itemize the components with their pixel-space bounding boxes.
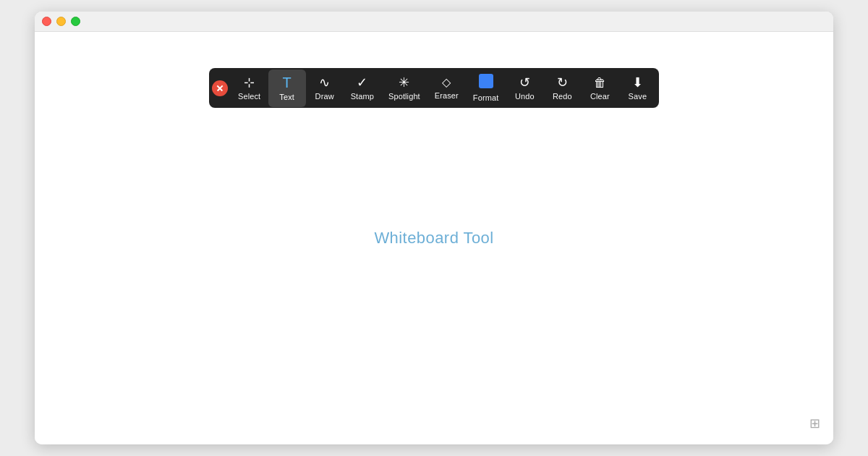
format-icon xyxy=(479,74,493,90)
tool-spotlight[interactable]: Spotlight xyxy=(381,70,427,106)
text-label: Text xyxy=(279,93,294,101)
redo-label: Redo xyxy=(553,92,572,101)
draw-label: Draw xyxy=(315,92,334,101)
tool-format[interactable]: Format xyxy=(466,68,506,108)
save-icon: ⬇︎ xyxy=(632,76,643,89)
select-label: Select xyxy=(238,92,260,101)
toolbar: Select Text Draw Stamp Spotlight xyxy=(209,68,660,108)
tool-save[interactable]: ⬇︎ Save xyxy=(618,70,656,106)
toolbar-close-button[interactable] xyxy=(212,80,228,96)
format-label: Format xyxy=(473,93,499,102)
eraser-label: Eraser xyxy=(435,91,459,100)
tool-clear[interactable]: Clear xyxy=(581,70,618,106)
tool-redo[interactable]: Redo xyxy=(543,70,581,106)
close-button[interactable] xyxy=(42,17,51,26)
spotlight-icon xyxy=(399,76,409,89)
stamp-icon xyxy=(357,76,367,89)
canvas-title: Whiteboard Tool xyxy=(374,229,493,248)
title-bar xyxy=(35,12,833,32)
redo-icon xyxy=(557,76,568,89)
tool-draw[interactable]: Draw xyxy=(306,70,344,106)
select-icon xyxy=(244,76,255,89)
clear-icon xyxy=(594,76,606,89)
spotlight-label: Spotlight xyxy=(388,92,420,101)
tool-stamp[interactable]: Stamp xyxy=(344,70,381,106)
maximize-button[interactable] xyxy=(71,17,80,26)
minimize-button[interactable] xyxy=(56,17,66,26)
expand-icon: ⊞ xyxy=(809,416,820,431)
tool-text[interactable]: Text xyxy=(268,69,306,107)
eraser-icon: ◇ xyxy=(442,77,451,88)
tool-select[interactable]: Select xyxy=(231,70,268,106)
save-label: Save xyxy=(629,92,647,101)
tool-undo[interactable]: Undo xyxy=(506,70,543,106)
draw-icon xyxy=(319,76,330,89)
stamp-label: Stamp xyxy=(351,92,374,101)
undo-label: Undo xyxy=(515,92,535,101)
expand-button[interactable]: ⊞ xyxy=(809,415,820,431)
main-window: Select Text Draw Stamp Spotlight xyxy=(35,12,833,444)
undo-icon xyxy=(519,76,530,89)
text-icon xyxy=(283,75,292,90)
clear-label: Clear xyxy=(590,92,610,101)
tool-eraser[interactable]: ◇ Eraser xyxy=(427,71,466,106)
window-content: Select Text Draw Stamp Spotlight xyxy=(35,32,833,444)
